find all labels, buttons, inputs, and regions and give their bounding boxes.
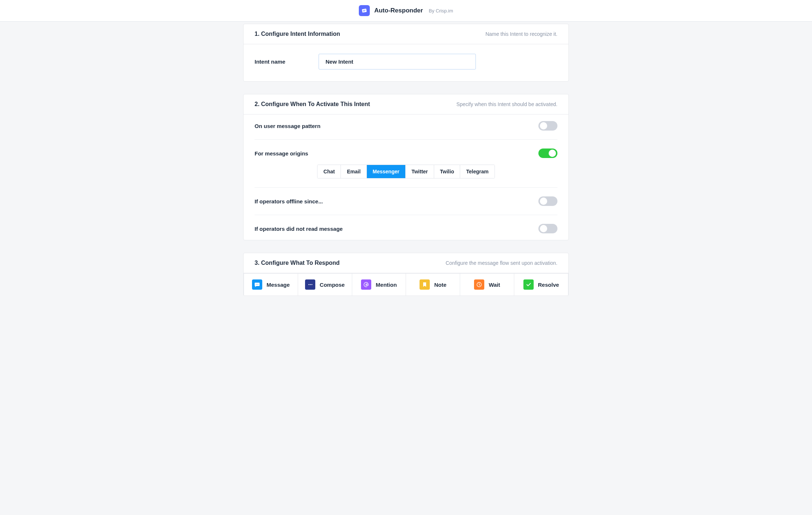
section2-hint: Specify when this Intent should be activ… [456, 101, 557, 107]
origin-tab-chat[interactable]: Chat [317, 165, 341, 178]
svg-point-7 [310, 284, 311, 285]
action-label: Resolve [538, 282, 559, 288]
message-icon [252, 279, 262, 290]
action-tab-wait[interactable]: Wait [460, 274, 514, 296]
section1-hint: Name this Intent to recognize it. [485, 31, 557, 37]
action-tabs: MessageComposeMentionNoteWaitResolve [244, 273, 568, 296]
pattern-toggle[interactable] [538, 121, 557, 131]
origin-tab-twitter[interactable]: Twitter [406, 165, 434, 178]
app-header: Auto-Responder By Crisp.im [0, 0, 812, 22]
origin-tab-telegram[interactable]: Telegram [460, 165, 494, 178]
resolve-icon [523, 279, 534, 290]
action-label: Wait [489, 282, 500, 288]
compose-icon [305, 279, 315, 290]
svg-point-6 [308, 284, 309, 285]
section3-title: 3. Configure What To Respond [255, 260, 340, 266]
app-logo-icon [359, 5, 370, 16]
origin-tabs: ChatEmailMessengerTwitterTwilioTelegram [317, 165, 495, 178]
offline-label: If operators offline since... [255, 198, 323, 204]
action-label: Message [267, 282, 290, 288]
origin-tab-messenger[interactable]: Messenger [367, 165, 406, 178]
action-label: Mention [376, 282, 397, 288]
action-tab-compose[interactable]: Compose [298, 274, 352, 296]
intent-name-input[interactable] [319, 54, 476, 69]
svg-point-5 [258, 284, 259, 285]
section2-title: 2. Configure When To Activate This Inten… [255, 101, 370, 108]
unread-label: If operators did not read message [255, 226, 343, 232]
section-respond: 3. Configure What To Respond Configure t… [243, 253, 569, 296]
section1-title: 1. Configure Intent Information [255, 31, 340, 37]
section-activation: 2. Configure When To Activate This Inten… [243, 94, 569, 240]
app-byline: By Crisp.im [429, 8, 453, 14]
origin-tab-email[interactable]: Email [341, 165, 366, 178]
mention-icon [361, 279, 371, 290]
svg-rect-0 [362, 9, 366, 13]
unread-toggle[interactable] [538, 224, 557, 233]
action-label: Compose [320, 282, 345, 288]
action-tab-note[interactable]: Note [406, 274, 460, 296]
section-intent-info: 1. Configure Intent Information Name thi… [243, 24, 569, 82]
wait-icon [474, 279, 484, 290]
app-title: Auto-Responder [374, 7, 423, 14]
offline-toggle[interactable] [538, 196, 557, 206]
action-tab-message[interactable]: Message [244, 274, 298, 296]
note-icon [420, 279, 430, 290]
svg-point-3 [256, 284, 256, 285]
origins-toggle[interactable] [538, 149, 557, 158]
origin-tab-twilio[interactable]: Twilio [434, 165, 460, 178]
intent-name-label: Intent name [255, 59, 319, 65]
action-tab-resolve[interactable]: Resolve [514, 274, 568, 296]
action-label: Note [434, 282, 446, 288]
section3-hint: Configure the message flow sent upon act… [446, 260, 557, 266]
action-tab-mention[interactable]: Mention [352, 274, 406, 296]
pattern-label: On user message pattern [255, 123, 320, 129]
svg-point-8 [311, 284, 312, 285]
origins-label: For message origins [255, 150, 308, 157]
svg-point-4 [257, 284, 257, 285]
